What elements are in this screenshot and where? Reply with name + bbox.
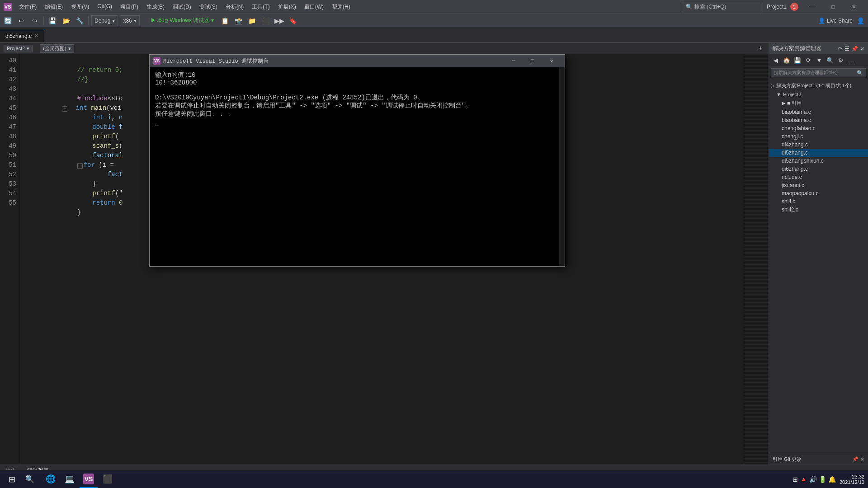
toolbar-btn-4[interactable]: 📂 [60,15,72,26]
tree-file-10[interactable]: maopaopaixu.c [769,189,868,197]
menu-build[interactable]: 生成(B) [143,2,168,12]
tab-close-di5zhang[interactable]: ✕ [34,33,38,39]
start-icon: ⊞ [9,474,15,484]
console-close-button[interactable]: ✕ [542,55,561,67]
taskbar-volume-icon[interactable]: 🔊 [809,476,817,483]
menu-help[interactable]: 帮助(H) [328,2,354,12]
tree-project[interactable]: ▼ Project2 [769,90,868,99]
sidebar-tb-search2[interactable]: 🔍 [825,55,835,65]
menu-git[interactable]: Git(G) [94,2,116,12]
menu-view[interactable]: 视图(V) [67,2,93,12]
menu-window[interactable]: 窗口(W) [301,2,327,12]
maximize-button[interactable]: □ [823,0,844,14]
tree-ref[interactable]: ▶ ■ 引用 [769,99,868,108]
taskbar-clock: 23:32 2021/12/10 [840,474,864,485]
git-label[interactable]: 引用 Git 更改 [773,456,802,463]
taskbar-icon-browser[interactable]: 🌐 [42,471,60,488]
tree-file-4[interactable]: di4zhang.c [769,141,868,149]
sidebar-toolbar: ◀ 🏠 💾 ⟳ ▼ 🔍 ⚙ … [769,54,868,66]
editor-area: Project2 ▾ (全局范围) ▾ + 40 41 42 43 44 45 … [0,43,769,465]
git-panel-close[interactable]: ✕ [860,456,864,462]
git-panel-pin[interactable]: 📌 [852,456,859,462]
taskbar-search-button[interactable]: 🔍 [22,471,38,488]
tree-file-3[interactable]: chengji.c [769,132,868,141]
toolbar-separator-2 [88,16,89,25]
console-minimize-button[interactable]: — [504,55,523,67]
taskbar-time-text: 23:32 [840,474,864,479]
taskbar-notify-icon[interactable]: 🔔 [828,476,836,483]
console-window[interactable]: VS Microsoft Visual Studio 调试控制台 — □ ✕ 输… [149,54,565,267]
sidebar-header-btn-2[interactable]: ☰ [844,46,849,52]
taskbar-grid-icon[interactable]: ⊞ [793,476,798,483]
toolbar-btn-10[interactable]: ▶▶ [274,15,285,26]
minimize-button[interactable]: — [802,0,823,14]
sidebar-search-placeholder: 搜索解决方案资源管理器(Ctrl+;) [774,70,838,76]
tree-file-9[interactable]: jisuanqi.c [769,181,868,189]
run-button[interactable]: ▶ 本地 Windows 调试器 ▾ [147,16,217,25]
line-numbers: 40 41 42 43 44 45 46 47 48 49 50 51 52 5… [0,54,20,465]
file-scope-dropdown[interactable]: Project2 ▾ [4,45,33,52]
sidebar-search-box[interactable]: 搜索解决方案资源管理器(Ctrl+;) 🔍 [771,68,866,77]
toolbar-btn-8[interactable]: 📁 [246,15,258,26]
ref-expand-icon: ▶ [782,100,785,106]
sidebar-header-btn-1[interactable]: ⟳ [838,46,843,52]
toolbar-btn-1[interactable]: 🔄 [2,15,14,26]
title-search[interactable]: 🔍 搜索 (Ctrl+Q) [682,2,763,12]
sidebar-tb-settings[interactable]: ⚙ [836,55,846,65]
console-scrollbar[interactable] [559,67,565,266]
global-scope-dropdown[interactable]: (全局范围) ▾ [40,44,74,53]
menu-test[interactable]: 测试(S) [196,2,221,12]
notification-badge[interactable]: 2 [790,3,798,11]
tree-file-12[interactable]: shili2.c [769,206,868,214]
menu-debug[interactable]: 调试(D) [169,2,195,12]
tree-file-6[interactable]: di5zhangshixun.c [769,157,868,165]
tree-file-7[interactable]: di6zhang.c [769,165,868,173]
tree-file-11[interactable]: shili.c [769,197,868,206]
editor-add-button[interactable]: + [756,44,765,53]
toolbar-btn-5[interactable]: 🔧 [74,15,85,26]
tree-file-0[interactable]: biaobaima.c [769,108,868,116]
menu-edit[interactable]: 编辑(E) [41,2,66,12]
taskbar-icon-explorer[interactable]: 💻 [61,471,79,488]
sidebar-tb-save[interactable]: 💾 [793,55,802,65]
console-title-bar: VS Microsoft Visual Studio 调试控制台 — □ ✕ [150,55,565,67]
tree-solution[interactable]: ▷ 解决方案'Project1'(1个项目/共1个) [769,81,868,90]
start-button[interactable]: ⊞ [4,471,20,488]
live-share-button[interactable]: 👤 Live Share [818,18,853,24]
taskbar-battery-icon[interactable]: 🔋 [819,476,826,483]
toolbar-btn-9[interactable]: ⬛ [260,15,272,26]
toolbar-profile[interactable]: 👤 [854,15,866,26]
taskbar-icon-vs[interactable]: VS [80,471,98,488]
console-maximize-button[interactable]: □ [523,55,542,67]
close-button[interactable]: ✕ [844,0,864,14]
sidebar-tb-filter[interactable]: ▼ [814,55,824,65]
main-layout: Project2 ▾ (全局范围) ▾ + 40 41 42 43 44 45 … [0,43,868,465]
sidebar-tb-more[interactable]: … [847,55,857,65]
tree-file-2[interactable]: chengfabiao.c [769,124,868,132]
toolbar-btn-11[interactable]: 🔖 [287,15,299,26]
title-bar: VS 文件(F) 编辑(E) 视图(V) Git(G) 项目(P) 生成(B) … [0,0,868,14]
menu-file[interactable]: 文件(F) [15,2,40,12]
tab-di5zhang[interactable]: di5zhang.c ✕ [0,29,44,42]
toolbar-btn-6[interactable]: 📋 [219,15,231,26]
debug-config-dropdown[interactable]: Debug ▾ [91,15,118,26]
taskbar-icon-terminal[interactable]: ⬛ [99,471,117,488]
menu-extensions[interactable]: 扩展(X) [274,2,300,12]
menu-analyze[interactable]: 分析(N) [222,2,248,12]
sidebar-header-pin[interactable]: 📌 [851,46,858,52]
sidebar-header-close[interactable]: ✕ [860,46,864,52]
toolbar-btn-save[interactable]: 💾 [47,15,58,26]
tree-file-di5zhang[interactable]: di5zhang.c [769,149,868,157]
toolbar-btn-3[interactable]: ↪ [29,15,41,26]
tree-file-1[interactable]: biaobaima.c [769,116,868,124]
menu-tools[interactable]: 工具(T) [248,2,273,12]
toolbar-btn-2[interactable]: ↩ [15,15,27,26]
tree-file-8[interactable]: nclude.c [769,173,868,181]
taskbar-network-icon[interactable]: 🔺 [800,476,807,483]
menu-project[interactable]: 项目(P) [117,2,142,12]
sidebar-tb-home[interactable]: 🏠 [782,55,792,65]
platform-dropdown[interactable]: x86 ▾ [120,15,139,26]
toolbar-btn-7[interactable]: 📸 [233,15,245,26]
sidebar-tb-refresh[interactable]: ⟳ [803,55,813,65]
sidebar-tb-back[interactable]: ◀ [771,55,781,65]
